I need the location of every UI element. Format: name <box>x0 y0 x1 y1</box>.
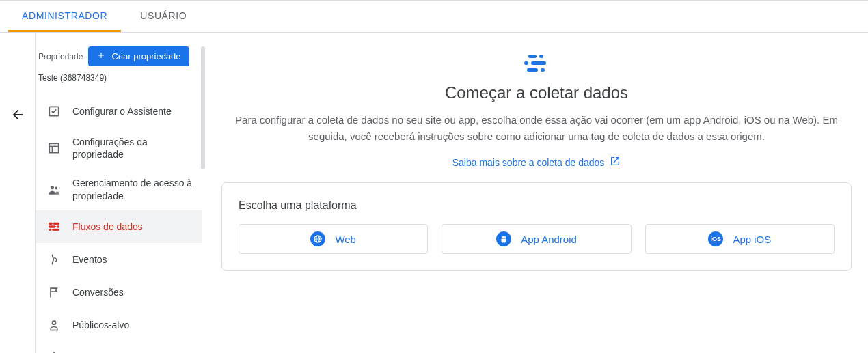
web-globe-icon <box>310 231 325 246</box>
property-header-row: Propriedade Criar propriedade <box>36 46 202 66</box>
svg-rect-7 <box>53 223 59 225</box>
tab-administrator[interactable]: ADMINISTRADOR <box>8 1 121 32</box>
svg-rect-17 <box>524 61 528 65</box>
svg-rect-9 <box>57 226 59 228</box>
sidebar-item-property-settings[interactable]: Configurações da propriedade <box>36 128 202 169</box>
sidebar-item-conversions[interactable]: Conversões <box>36 276 202 309</box>
sidebar-item-label: Públicos-alvo <box>72 319 129 331</box>
plus-icon <box>96 51 106 62</box>
sidebar-item-access-management[interactable]: Gerenciamento de acesso à propriedade <box>36 169 202 210</box>
sidebar-item-data-streams[interactable]: Fluxos de dados <box>36 210 202 243</box>
assistant-checklist-icon <box>46 104 62 119</box>
conversions-flag-icon <box>46 285 62 300</box>
platform-row: Web App Android iOS App iOS <box>239 224 835 254</box>
svg-point-4 <box>51 186 54 189</box>
sidebar-item-audiences[interactable]: Públicos-alvo <box>36 309 202 341</box>
back-column <box>0 33 36 353</box>
hero-section: Começar a coletar dados Para configurar … <box>229 53 844 169</box>
platform-ios-button[interactable]: iOS App iOS <box>645 224 835 254</box>
svg-rect-16 <box>539 55 543 58</box>
learn-more-link[interactable]: Saiba mais sobre a coleta de dados <box>452 156 621 169</box>
svg-rect-11 <box>53 229 59 231</box>
android-icon <box>496 231 511 246</box>
page-description: Para configurar a coleta de dados no seu… <box>229 112 844 145</box>
main-content: Começar a coletar dados Para configurar … <box>205 33 868 353</box>
sidebar-item-label: Configurar o Assistente <box>72 105 172 117</box>
external-link-icon <box>610 156 621 169</box>
sidebar-item-label: Fluxos de dados <box>72 221 143 233</box>
tab-user[interactable]: USUÁRIO <box>126 1 200 32</box>
svg-rect-20 <box>541 68 545 72</box>
arrow-left-icon <box>10 107 25 124</box>
ios-icon: iOS <box>708 231 723 246</box>
platform-web-button[interactable]: Web <box>239 224 428 254</box>
data-collection-icon <box>229 53 844 74</box>
sidebar: Propriedade Criar propriedade Teste (368… <box>36 33 205 353</box>
svg-rect-18 <box>531 61 546 65</box>
sidebar-item-label: Eventos <box>72 253 107 266</box>
svg-rect-19 <box>527 68 538 72</box>
platform-android-button[interactable]: App Android <box>442 224 631 254</box>
card-title: Escolha uma plataforma <box>239 199 835 212</box>
svg-rect-10 <box>49 229 51 231</box>
sidebar-item-custom-definitions[interactable]: Definições personalizadas <box>36 341 202 353</box>
tab-label: ADMINISTRADOR <box>22 10 107 21</box>
learn-more-label: Saiba mais sobre a coleta de dados <box>452 157 605 168</box>
svg-point-5 <box>55 186 57 189</box>
scrollbar-thumb[interactable] <box>201 46 205 169</box>
property-label: Propriedade <box>38 52 83 61</box>
top-tab-bar: ADMINISTRADOR USUÁRIO <box>0 0 868 33</box>
svg-point-13 <box>53 321 56 324</box>
svg-rect-15 <box>528 55 537 58</box>
svg-rect-6 <box>49 223 53 225</box>
create-property-label: Criar propriedade <box>111 51 180 61</box>
data-streams-icon <box>46 219 62 234</box>
audiences-icon <box>46 317 62 333</box>
property-settings-icon <box>46 141 62 156</box>
sidebar-item-label: Conversões <box>72 286 124 298</box>
svg-rect-8 <box>49 226 56 228</box>
access-management-icon <box>46 182 62 197</box>
svg-rect-1 <box>49 144 58 153</box>
platform-label: App Android <box>521 234 577 245</box>
sidebar-item-label: Configurações da propriedade <box>72 136 197 160</box>
tab-label: USUÁRIO <box>140 10 187 21</box>
sidebar-item-label: Gerenciamento de acesso à propriedade <box>72 177 197 201</box>
platform-label: App iOS <box>733 234 771 245</box>
sidebar-item-setup-assistant[interactable]: Configurar o Assistente <box>36 95 202 128</box>
platform-card: Escolha uma plataforma Web App Android i… <box>221 182 852 271</box>
custom-definitions-icon <box>46 350 62 353</box>
platform-label: Web <box>335 234 356 245</box>
page-title: Começar a coletar dados <box>229 83 844 102</box>
property-name: Teste (368748349) <box>36 73 202 83</box>
events-icon <box>46 252 62 267</box>
sidebar-item-events[interactable]: Eventos <box>36 243 202 276</box>
back-button[interactable] <box>8 105 28 126</box>
create-property-button[interactable]: Criar propriedade <box>88 46 189 66</box>
